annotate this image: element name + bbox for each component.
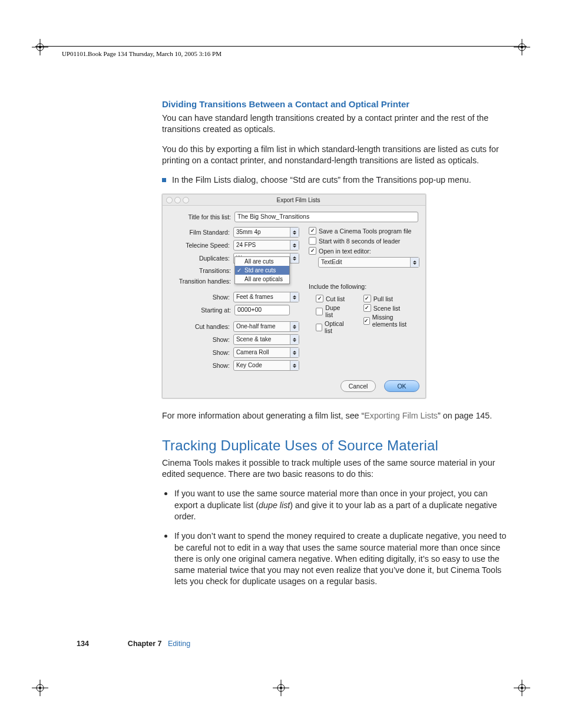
- show-key-code-select[interactable]: Key Code: [233, 360, 299, 371]
- show-label: Show:: [170, 362, 233, 369]
- optical-list-label: Optical list: [325, 320, 348, 334]
- transition-handles-label: Transition handles:: [170, 278, 234, 285]
- title-list-label: Title for this list:: [170, 213, 234, 220]
- ok-button[interactable]: OK: [384, 380, 419, 392]
- transitions-option[interactable]: All are cuts: [235, 257, 289, 266]
- start-leader-checkbox[interactable]: [309, 237, 316, 245]
- crop-mark-icon: [32, 680, 48, 696]
- select-arrow-icon: [290, 322, 299, 331]
- transitions-option[interactable]: All are opticals: [235, 275, 289, 284]
- bullet-dot-icon: [164, 492, 167, 495]
- pull-list-label: Pull list: [373, 295, 393, 302]
- chapter-title: Editing: [168, 640, 190, 648]
- starting-at-input[interactable]: 0000+00: [234, 305, 290, 315]
- select-arrow-icon: [410, 258, 419, 267]
- header-rule: [35, 46, 527, 47]
- scene-list-checkbox[interactable]: [363, 304, 371, 312]
- text: For more information about generating a …: [162, 411, 364, 420]
- crop-mark-icon: [514, 680, 530, 696]
- missing-list-label: Missing elements list: [372, 314, 419, 328]
- scene-list-label: Scene list: [373, 305, 401, 312]
- cut-list-label: Cut list: [326, 295, 345, 302]
- select-arrow-icon: [290, 241, 299, 250]
- show-label: Show:: [170, 349, 233, 356]
- telecine-speed-label: Telecine Speed:: [170, 242, 233, 249]
- select-arrow-icon: [290, 253, 299, 263]
- dupe-list-label: Dupe list: [325, 304, 348, 318]
- paragraph: You can have standard length transitions…: [162, 113, 513, 136]
- optical-list-checkbox[interactable]: [316, 324, 322, 331]
- select-arrow-icon: [290, 361, 299, 370]
- exporting-film-lists-link[interactable]: Exporting Film Lists: [364, 411, 438, 420]
- select-arrow-icon: [290, 292, 299, 302]
- select-arrow-icon: [290, 348, 299, 357]
- save-program-checkbox[interactable]: [309, 227, 316, 235]
- bullet-text: If you don’t want to spend the money req…: [174, 531, 513, 587]
- svg-point-19: [521, 687, 523, 689]
- crop-mark-icon: [273, 680, 289, 696]
- svg-point-15: [280, 687, 282, 689]
- crop-mark-icon: [514, 39, 530, 55]
- select-arrow-icon: [290, 228, 299, 237]
- select-value: 35mm 4p: [236, 229, 261, 235]
- bullet-text: In the Film Lists dialog, choose “Std ar…: [172, 174, 471, 186]
- bullet-dot-icon: [164, 535, 167, 538]
- paragraph: For more information about generating a …: [162, 410, 513, 421]
- text: ” on page 145.: [438, 411, 492, 420]
- subheading-dividing: Dividing Transitions Between a Contact a…: [162, 99, 513, 109]
- heading-tracking-duplicates: Tracking Duplicate Uses of Source Materi…: [162, 437, 513, 454]
- film-standard-select[interactable]: 35mm 4p: [233, 227, 299, 238]
- paragraph: Cinema Tools makes it possible to track …: [162, 457, 513, 480]
- cut-handles-label: Cut handles:: [170, 323, 233, 330]
- dialog-titlebar: Export Film Lists: [163, 195, 425, 206]
- transitions-label: Transitions:: [170, 267, 234, 274]
- select-value: TextEdit: [321, 259, 342, 265]
- cancel-button[interactable]: Cancel: [340, 380, 376, 392]
- missing-list-checkbox[interactable]: [363, 317, 370, 325]
- starting-at-label: Starting at:: [170, 307, 234, 314]
- open-editor-label: Open in text editor:: [319, 248, 371, 255]
- bullet-text: If you want to use the same source mater…: [174, 488, 513, 522]
- select-value: Key Code: [236, 362, 262, 368]
- cut-handles-select[interactable]: One-half frame: [233, 321, 299, 332]
- select-value: One-half frame: [236, 323, 276, 330]
- svg-point-11: [39, 687, 41, 689]
- show-scene-take-select[interactable]: Scene & take: [233, 334, 299, 345]
- telecine-speed-select[interactable]: 24 FPS: [233, 240, 299, 251]
- duplicates-label: Duplicates:: [170, 255, 233, 262]
- select-value: Feet & frames: [236, 294, 273, 300]
- chapter-label: Chapter 7: [128, 640, 162, 648]
- show-label: Show:: [170, 294, 233, 301]
- header-text: UP01101.Book Page 134 Thursday, March 10…: [62, 50, 222, 57]
- chapter-info: Chapter 7 Editing: [122, 640, 190, 648]
- start-leader-label: Start with 8 seconds of leader: [319, 238, 400, 245]
- dupe-list-checkbox[interactable]: [316, 308, 323, 315]
- select-value: Scene & take: [236, 336, 271, 342]
- bullet-square-icon: [162, 178, 166, 182]
- crop-mark-icon: [32, 39, 48, 55]
- title-list-input[interactable]: The Big Show_Transitions: [234, 212, 418, 222]
- show-label: Show:: [170, 336, 233, 343]
- select-value: 24 FPS: [236, 242, 256, 248]
- cut-list-checkbox[interactable]: [316, 295, 323, 302]
- show-feet-frames-select[interactable]: Feet & frames: [233, 292, 299, 302]
- dialog-title: Export Film Lists: [171, 197, 425, 203]
- open-editor-checkbox[interactable]: [309, 247, 316, 255]
- select-value: Camera Roll: [236, 349, 269, 355]
- select-arrow-icon: [290, 335, 299, 344]
- include-following-label: Include the following:: [309, 283, 419, 290]
- page-number: 134: [77, 640, 89, 648]
- show-camera-roll-select[interactable]: Camera Roll: [233, 347, 299, 358]
- export-film-lists-dialog: Export Film Lists Title for this list: T…: [162, 194, 426, 398]
- emphasis: dupe list: [259, 500, 290, 510]
- transitions-option-selected[interactable]: Std are cuts: [235, 266, 289, 275]
- pull-list-checkbox[interactable]: [363, 295, 371, 302]
- transitions-dropdown[interactable]: All are cuts Std are cuts All are optica…: [234, 256, 290, 284]
- paragraph: You do this by exporting a film list in …: [162, 144, 513, 167]
- film-standard-label: Film Standard:: [170, 229, 233, 236]
- save-program-label: Save a Cinema Tools program file: [319, 228, 411, 235]
- text-editor-select[interactable]: TextEdit: [318, 257, 419, 268]
